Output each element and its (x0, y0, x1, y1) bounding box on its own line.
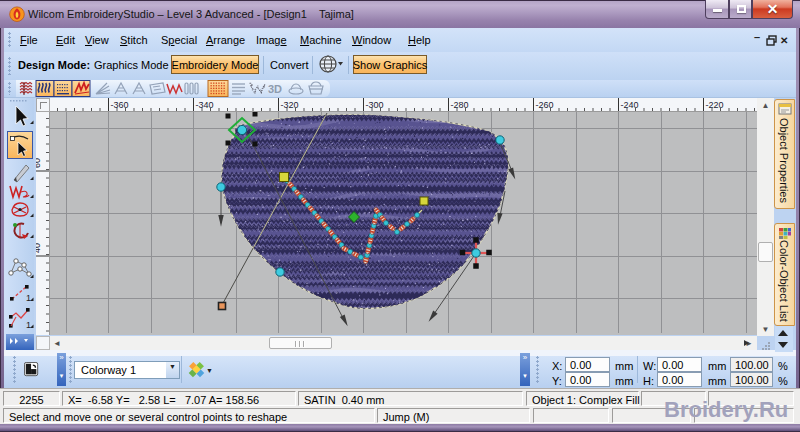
svg-text:-220: -220 (706, 100, 724, 110)
svg-text:-280: -280 (451, 100, 469, 110)
svg-text:1: 1 (26, 320, 31, 330)
svg-text:-320: -320 (281, 100, 299, 110)
svg-text:-260: -260 (536, 100, 554, 110)
svg-text:60: 60 (36, 158, 42, 168)
svg-text:-360: -360 (111, 100, 129, 110)
svg-text:1: 1 (26, 293, 31, 303)
svg-text:40: 40 (36, 243, 42, 253)
svg-text:-300: -300 (366, 100, 384, 110)
svg-text:-340: -340 (196, 100, 214, 110)
svg-text:3D: 3D (268, 83, 282, 95)
svg-text:-240: -240 (621, 100, 639, 110)
